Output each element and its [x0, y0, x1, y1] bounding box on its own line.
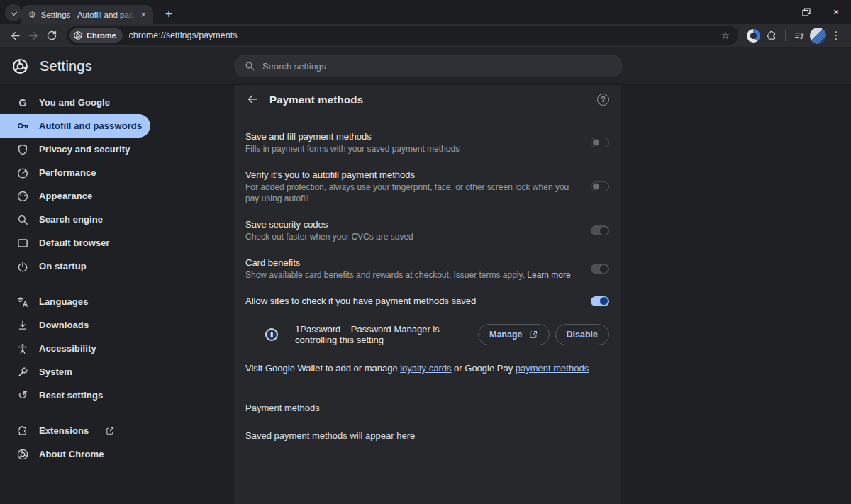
- google-g-icon: G: [16, 96, 30, 110]
- sidebar-item-performance[interactable]: Performance: [0, 161, 150, 184]
- section-title: Payment methods: [269, 94, 363, 106]
- learn-more-link[interactable]: Learn more: [527, 270, 570, 280]
- chrome-logo-icon: [73, 30, 83, 40]
- disable-button[interactable]: Disable: [555, 324, 609, 345]
- translate-icon: [16, 295, 30, 309]
- extension-controlled-text: 1Password – Password Manager is controll…: [295, 324, 478, 345]
- sidebar-item-downloads[interactable]: Downloads: [0, 313, 150, 337]
- tab-search-button[interactable]: [5, 4, 22, 21]
- toggle-allow-sites[interactable]: [591, 296, 609, 306]
- restore-icon: [802, 8, 811, 16]
- sidebar-item-on-startup[interactable]: On startup: [0, 254, 150, 278]
- forward-button[interactable]: [24, 26, 43, 45]
- toggle-verify[interactable]: [591, 181, 609, 191]
- wallet-text: Visit Google Wallet to add or manage: [245, 363, 400, 374]
- sidebar-item-extensions[interactable]: Extensions: [0, 419, 150, 442]
- row-subtitle: For added protection, always use your fi…: [245, 181, 577, 204]
- download-icon: [16, 318, 30, 332]
- shield-icon: [16, 142, 30, 157]
- setting-row-save-security-codes: Save security codes Check out faster whe…: [234, 211, 621, 250]
- content-area: G You and Google Autofill and passwords: [0, 85, 851, 504]
- new-tab-button[interactable]: +: [160, 6, 177, 23]
- sidebar-item-languages[interactable]: Languages: [0, 290, 150, 313]
- sidebar-item-about-chrome[interactable]: About Chrome: [0, 442, 150, 466]
- settings-header: Settings: [0, 47, 851, 85]
- sidebar-item-appearance[interactable]: Appearance: [0, 184, 150, 208]
- minimize-button[interactable]: –: [762, 0, 791, 24]
- puzzle-icon: [16, 424, 30, 438]
- setting-row-allow-sites: Allow sites to check if you have payment…: [234, 288, 621, 314]
- sidebar-item-reset-settings[interactable]: ↺ Reset settings: [0, 383, 150, 407]
- back-arrow-icon: [246, 93, 259, 106]
- chip-label: Chrome: [87, 31, 116, 40]
- settings-search[interactable]: [234, 55, 623, 77]
- sidebar-item-search-engine[interactable]: Search engine: [0, 208, 150, 231]
- search-icon: [16, 213, 30, 227]
- payment-methods-card: Payment methods ? Save and fill payment …: [234, 85, 621, 504]
- forward-arrow-icon: [28, 30, 40, 42]
- url-text[interactable]: chrome://settings/payments: [129, 30, 718, 40]
- google-wallet-row: Visit Google Wallet to add or manage loy…: [234, 352, 621, 384]
- reload-button[interactable]: [43, 26, 61, 45]
- sidebar-item-privacy-and-security[interactable]: Privacy and security: [0, 138, 150, 161]
- profile-button[interactable]: [808, 26, 827, 45]
- sidebar-item-system[interactable]: System: [0, 360, 150, 383]
- search-icon: [244, 60, 255, 72]
- setting-row-save-and-fill: Save and fill payment methods Fills in p…: [234, 123, 621, 162]
- search-settings-input[interactable]: [262, 61, 613, 72]
- omnibox[interactable]: Chrome chrome://settings/payments ☆: [67, 26, 738, 45]
- speedometer-icon: [16, 166, 30, 180]
- sidebar-divider: [0, 284, 150, 284]
- row-title: Save and fill payment methods: [245, 130, 577, 142]
- payment-methods-subheader: Payment methods: [234, 384, 621, 418]
- row-title: Verify it’s you to autofill payment meth…: [245, 169, 577, 181]
- back-arrow-icon: [9, 30, 21, 42]
- back-button[interactable]: [6, 26, 24, 45]
- chrome-url-chip[interactable]: Chrome: [69, 28, 123, 43]
- reset-icon: ↺: [16, 388, 30, 403]
- wrench-icon: [16, 365, 30, 379]
- page-title: Settings: [40, 58, 92, 74]
- toggle-save-security-codes[interactable]: [591, 225, 609, 235]
- chrome-logo-icon: [11, 57, 29, 75]
- accessibility-icon: [16, 342, 30, 356]
- sidebar-item-you-and-google[interactable]: G You and Google: [0, 91, 150, 114]
- gear-icon: ⚙: [28, 11, 36, 19]
- external-link-icon: [105, 426, 115, 436]
- browser-window: ⚙ Settings - Autofill and password × + –…: [0, 0, 851, 504]
- toggle-save-and-fill[interactable]: [591, 138, 609, 147]
- browser-tab[interactable]: ⚙ Settings - Autofill and password ×: [21, 5, 153, 24]
- extension-controlled-row: 1Password – Password Manager is controll…: [234, 317, 621, 352]
- setting-row-verify: Verify it’s you to autofill payment meth…: [234, 162, 621, 211]
- chrome-logo-icon: [16, 447, 30, 461]
- page-gutter: [621, 85, 851, 504]
- browser-toolbar: Chrome chrome://settings/payments ☆ ⋮: [0, 24, 851, 47]
- extensions-button[interactable]: [762, 26, 781, 45]
- media-controls-button[interactable]: [790, 26, 808, 45]
- help-icon[interactable]: ?: [597, 94, 609, 106]
- tab-close-icon[interactable]: ×: [138, 9, 149, 21]
- toolbar-separator: [785, 30, 786, 41]
- browser-window-icon: [16, 236, 30, 250]
- sidebar-divider: [0, 413, 150, 413]
- sidebar-item-default-browser[interactable]: Default browser: [0, 231, 150, 254]
- toggle-card-benefits[interactable]: [591, 264, 609, 274]
- close-button[interactable]: ×: [821, 0, 851, 24]
- wallet-text: or Google Pay: [451, 363, 515, 374]
- puzzle-icon: [766, 30, 778, 42]
- chevron-down-icon: [10, 9, 17, 16]
- payment-methods-link[interactable]: payment methods: [516, 363, 589, 374]
- kebab-menu-icon: ⋮: [831, 29, 842, 42]
- manage-button[interactable]: Manage: [478, 324, 550, 345]
- back-arrow-button[interactable]: [245, 92, 260, 106]
- password-extension-button[interactable]: [744, 26, 762, 45]
- loyalty-cards-link[interactable]: loyalty cards: [400, 363, 451, 374]
- restore-button[interactable]: [791, 0, 821, 24]
- palette-icon: [16, 189, 30, 203]
- menu-button[interactable]: ⋮: [827, 26, 845, 45]
- row-subtitle: Check out faster when your CVCs are save…: [245, 231, 577, 242]
- sidebar-item-accessibility[interactable]: Accessibility: [0, 337, 150, 360]
- power-icon: [16, 259, 30, 274]
- bookmark-star-icon[interactable]: ☆: [718, 30, 733, 41]
- sidebar-item-autofill-and-passwords[interactable]: Autofill and passwords: [0, 114, 150, 138]
